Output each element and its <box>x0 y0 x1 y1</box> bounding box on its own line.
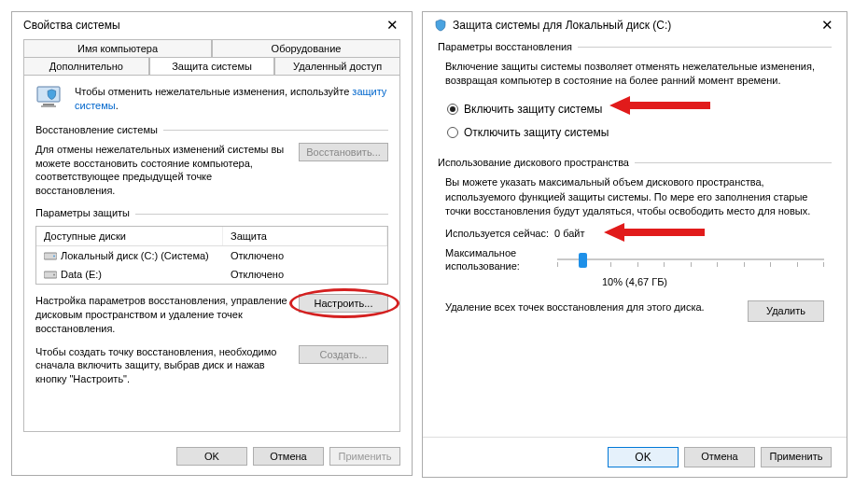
col-drive: Доступные диски <box>36 227 223 245</box>
apply-button[interactable]: Применить <box>761 447 832 467</box>
restore-params-desc: Включение защиты системы позволяет отмен… <box>445 60 824 89</box>
delete-desc: Удаление всех точек восстановления для э… <box>445 300 738 314</box>
ok-button[interactable]: OK <box>608 447 679 467</box>
tab-panel: Чтобы отменить нежелательные изменения, … <box>23 75 400 432</box>
protection-heading: Параметры защиты <box>35 207 130 218</box>
titlebar: Свойства системы ✕ <box>12 12 412 35</box>
restore-params-group: Параметры восстановления Включение защит… <box>438 41 832 144</box>
table-row[interactable]: Data (E:) Отключено <box>36 265 387 284</box>
used-now-label: Используется сейчас: <box>445 227 549 241</box>
create-button[interactable]: Создать... <box>299 345 388 364</box>
radio-icon <box>447 104 458 115</box>
drive-icon <box>44 269 57 280</box>
svg-marker-7 <box>609 96 710 115</box>
titlebar: Защита системы для Локальный диск (C:) ✕ <box>423 12 847 35</box>
restore-heading: Восстановление системы <box>35 124 158 135</box>
info-text: Чтобы отменить нежелательные изменения, … <box>75 85 388 113</box>
cancel-button[interactable]: Отмена <box>684 447 755 467</box>
tabstrip: Имя компьютера Оборудование Дополнительн… <box>23 39 400 75</box>
delete-button[interactable]: Удалить <box>748 300 824 322</box>
tab-advanced[interactable]: Дополнительно <box>23 57 149 75</box>
restore-params-heading: Параметры восстановления <box>438 41 572 52</box>
svg-rect-2 <box>41 105 56 107</box>
disk-usage-desc: Вы можете указать максимальный объем дис… <box>445 175 824 218</box>
drive-icon <box>44 250 57 261</box>
slider-value: 10% (4,67 ГБ) <box>445 275 824 289</box>
radio-enable-protection[interactable]: Включить защиту системы <box>445 98 824 121</box>
svg-rect-1 <box>43 104 54 105</box>
disk-table: Доступные диски Защита Локальный диск (C… <box>35 226 388 285</box>
disk-usage-heading: Использование дискового пространства <box>438 157 629 168</box>
window-title: Защита системы для Локальный диск (C:) <box>453 19 671 32</box>
close-icon[interactable]: ✕ <box>816 18 839 32</box>
arrow-annotation <box>604 221 707 244</box>
monitor-shield-icon <box>35 85 67 111</box>
cancel-button[interactable]: Отмена <box>253 447 324 466</box>
close-icon[interactable]: ✕ <box>381 18 404 32</box>
disk-usage-group: Использование дискового пространства Вы … <box>438 157 832 322</box>
table-row[interactable]: Локальный диск (C:) (Система) Отключено <box>36 246 387 265</box>
max-usage-label: Максимальное использование: <box>445 246 548 273</box>
svg-point-6 <box>53 274 55 276</box>
col-protection: Защита <box>223 227 387 245</box>
create-desc: Чтобы создать точку восстановления, необ… <box>35 345 289 387</box>
system-protection-dialog: Защита системы для Локальный диск (C:) ✕… <box>422 11 847 478</box>
slider-thumb[interactable] <box>579 253 587 268</box>
arrow-annotation <box>609 94 712 117</box>
tab-computer-name[interactable]: Имя компьютера <box>23 39 212 57</box>
used-now-value: 0 байт <box>554 227 585 241</box>
svg-marker-8 <box>604 223 705 242</box>
tab-hardware[interactable]: Оборудование <box>212 39 400 57</box>
restore-button[interactable]: Восстановить... <box>299 143 388 161</box>
tab-system-protection[interactable]: Защита системы <box>149 57 275 75</box>
dialog-buttons: OK Отмена Применить <box>423 437 847 477</box>
tab-remote[interactable]: Удаленный доступ <box>274 57 400 75</box>
system-properties-window: Свойства системы ✕ Имя компьютера Оборуд… <box>11 11 413 476</box>
protection-section: Параметры защиты Доступные диски Защита … <box>35 207 388 386</box>
restore-desc: Для отмены нежелательных изменений систе… <box>35 143 289 198</box>
max-usage-slider[interactable] <box>557 250 824 269</box>
window-title: Свойства системы <box>23 19 120 32</box>
configure-desc: Настройка параметров восстановления, упр… <box>35 294 289 336</box>
shield-icon <box>434 19 447 32</box>
restore-section: Восстановление системы Для отмены нежела… <box>35 124 388 198</box>
dialog-buttons: OK Отмена Применить <box>12 439 412 475</box>
radio-icon <box>447 127 458 138</box>
configure-button[interactable]: Настроить... <box>299 294 388 313</box>
svg-point-4 <box>53 256 55 258</box>
apply-button[interactable]: Применить <box>329 447 400 466</box>
ok-button[interactable]: OK <box>176 447 247 466</box>
radio-disable-protection[interactable]: Отключить защиту системы <box>445 121 824 145</box>
